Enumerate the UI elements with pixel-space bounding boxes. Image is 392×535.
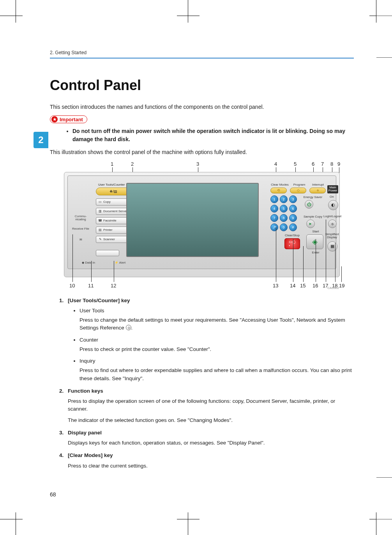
confidential-icon: ✉ [70,238,91,242]
crop-mark [177,519,200,519]
sample-copy-label: Sample Copy [302,215,324,218]
key-3: 3 [289,195,297,203]
leader-line [114,261,114,282]
crop-mark [16,512,16,535]
interrupt-label: Interrupt [309,183,327,186]
communicating-label: Commu- nicating [70,215,91,222]
facsimile-key: ☎Facsimile [96,217,131,224]
warning-item: Do not turn off the main power switch wh… [72,127,354,143]
figure-wrap: 1 2 3 4 5 6 7 8 9 User Tools/Counter ❖/▤ [50,161,354,290]
page-content: 2. Getting Started 2 Control Panel This … [50,50,354,475]
def-title: [Clear Modes] key [68,452,354,459]
figure-code: CAS002 [327,286,339,290]
key-hash: # [289,223,297,231]
def-sub-text: Press to find out where to order expenda… [79,367,354,383]
chapter-tab: 2 [34,132,48,148]
def-title: Display panel [68,429,354,437]
clear-modes-label: Clear Modes [270,183,289,186]
callout-14: 14 [290,283,295,289]
crop-mark [0,16,23,16]
running-header: 2. Getting Started [50,50,354,55]
key-9: 9 [289,214,297,222]
star-icon: ★ [51,116,58,122]
callout-13: 13 [273,283,278,289]
def-sublist: User Tools [79,307,354,315]
data-in-label: ◆ Data In [82,261,95,264]
def-body: Press to clear the current settings. [68,462,354,470]
energy-saver-label: Energy Saver [302,195,324,199]
def-item-1: [User Tools/Counter] key User Tools Pres… [59,297,354,383]
def-sublist: Inquiry [79,357,354,365]
def-sub-user-tools: User Tools [79,307,354,315]
clear-stop-label: Clear/Stop [283,234,302,237]
key-8: 8 [280,214,288,222]
crop-mark [188,0,188,23]
leader-line [72,234,73,282]
callout-3: 3 [196,161,199,167]
crop-mark [16,0,16,23]
login-label: Login/Logout [323,215,341,218]
callout-6: 6 [312,161,314,167]
printer-key: ▤Printer [96,227,131,234]
key-0: 0 [280,223,288,231]
callout-5: 5 [294,161,297,167]
header-rule [50,58,354,58]
clear-stop-key: C/◯• [284,238,300,249]
start-label: Start [308,230,323,233]
callout-16: 16 [313,283,318,289]
definition-list: [User Tools/Counter] key User Tools Pres… [59,297,354,470]
control-panel-figure: 1 2 3 4 5 6 7 8 9 User Tools/Counter ❖/▤ [64,161,340,290]
page-number: 68 [50,491,56,498]
key-2: 2 [280,195,288,203]
def-body: Press to display the operation screen of… [68,397,354,413]
printer-label: Printer [103,228,113,232]
def-sub-text: Press to change the default settings to … [79,316,354,332]
callout-4: 4 [274,161,277,167]
page-title: Control Panel [50,77,354,94]
scanner-label: Scanner [103,237,115,241]
callout-8: 8 [330,161,333,167]
def-item-4: [Clear Modes] key Press to clear the cur… [59,452,354,470]
leader-line [276,227,276,282]
callout-11: 11 [88,283,94,289]
crop-mark [0,519,23,519]
callout-2: 2 [131,161,134,167]
power-key: ◐ [328,200,338,210]
key-star: ./* [270,223,278,231]
leader-line [303,246,304,282]
energy-saver-key: ⏻ [305,200,313,209]
callout-12: 12 [111,283,116,289]
doc-server-label: Document Server [103,209,127,213]
callout-15: 15 [300,283,305,289]
interrupt-key: ⎆ [309,188,326,193]
alert-label: ⚡ Alert [115,261,125,264]
def-body: The indicator of the selected function g… [68,416,354,424]
important-badge: ★ Important [50,115,87,123]
sample-copy-key: ▸ [306,220,315,228]
simplified-key: ▦ [327,241,337,252]
leader-line [293,239,293,282]
start-key: ◈ [306,234,323,249]
key-6: 6 [289,205,297,213]
text-span: . [131,325,133,331]
panel-body: User Tools/Counter ❖/▤ Commu- nicating R… [64,172,340,277]
def-sub-counter: Counter [79,336,354,344]
cd-icon [126,325,131,330]
def-title: [User Tools/Counter] key [68,297,354,305]
crop-mark [188,512,188,535]
def-item-2: Function keys Press to display the opera… [59,387,354,424]
user-tools-key: ❖/▤ [96,188,131,195]
main-power-label: Main Power [327,185,338,194]
leader-line [335,243,335,282]
key-1: 1 [270,195,278,203]
program-key: ◇ [290,188,306,193]
callout-19: 19 [339,283,344,289]
callout-1: 1 [111,161,113,167]
key-4: 4 [270,205,278,213]
user-tools-label: User Tools/Counter [98,183,125,186]
def-sub-inquiry: Inquiry [79,357,354,365]
scanner-key: ✎Scanner [96,236,131,243]
leader-line [326,220,326,282]
def-body: Displays keys for each function, operati… [68,439,354,447]
leader-line [341,266,342,282]
